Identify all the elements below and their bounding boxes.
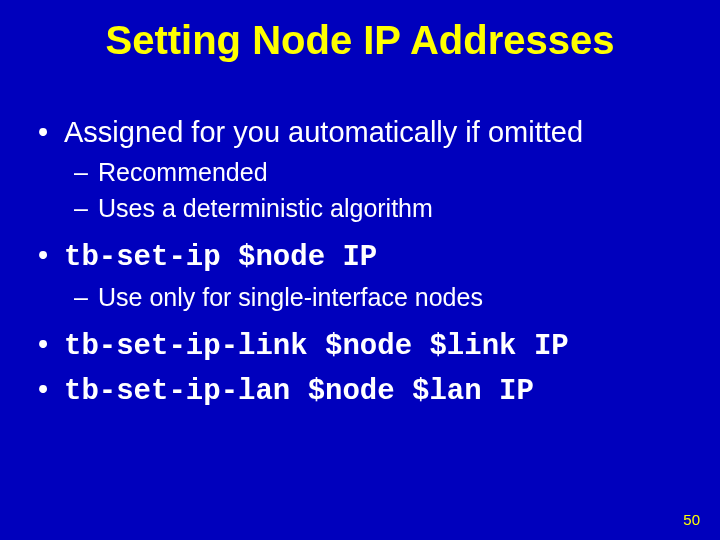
sub-item: Uses a deterministic algorithm bbox=[74, 192, 690, 226]
page-number: 50 bbox=[683, 511, 700, 528]
bullet-item: tb-set-ip-link $node $link IP bbox=[34, 325, 690, 366]
sub-text: Use only for single-interface nodes bbox=[98, 283, 483, 311]
sub-item: Recommended bbox=[74, 156, 690, 190]
bullet-item: tb-set-ip $node IP Use only for single-i… bbox=[34, 236, 690, 315]
bullet-code: tb-set-ip-lan $node $lan IP bbox=[64, 375, 534, 408]
sub-text: Uses a deterministic algorithm bbox=[98, 194, 433, 222]
sub-list: Recommended Uses a deterministic algorit… bbox=[64, 156, 690, 226]
bullet-text: Assigned for you automatically if omitte… bbox=[64, 116, 583, 148]
slide: Setting Node IP Addresses Assigned for y… bbox=[0, 0, 720, 540]
bullet-code: tb-set-ip-link $node $link IP bbox=[64, 330, 569, 363]
bullet-list: Assigned for you automatically if omitte… bbox=[0, 113, 720, 411]
sub-list: Use only for single-interface nodes bbox=[64, 281, 690, 315]
slide-title: Setting Node IP Addresses bbox=[0, 18, 720, 63]
sub-item: Use only for single-interface nodes bbox=[74, 281, 690, 315]
bullet-item: Assigned for you automatically if omitte… bbox=[34, 113, 690, 226]
bullet-code: tb-set-ip $node IP bbox=[64, 241, 377, 274]
bullet-item: tb-set-ip-lan $node $lan IP bbox=[34, 370, 690, 411]
sub-text: Recommended bbox=[98, 158, 268, 186]
